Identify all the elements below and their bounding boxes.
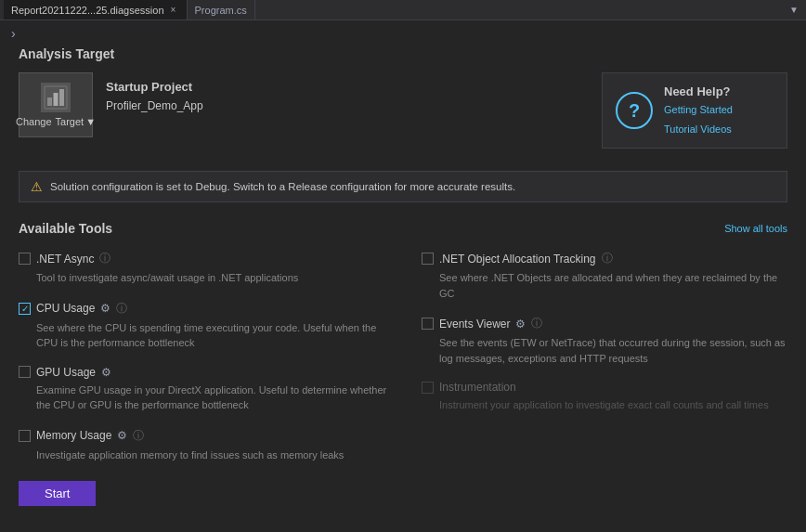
change-target-button[interactable]: Change Target ▼ — [19, 72, 93, 137]
need-help-title: Need Help? — [664, 84, 733, 98]
tool-dotnet-async: .NET Async ⓘ Tool to investigate async/a… — [19, 243, 403, 293]
tool-gpu-usage-checkbox[interactable] — [19, 366, 31, 378]
tool-instrumentation-desc: Instrument your application to investiga… — [422, 397, 787, 413]
start-button[interactable]: Start — [19, 481, 96, 506]
tutorial-videos-link[interactable]: Tutorial Videos — [664, 122, 733, 137]
bottom-bar: Start — [0, 470, 806, 517]
tool-cpu-usage-info-icon[interactable]: ⓘ — [116, 301, 127, 317]
svg-rect-1 — [47, 97, 52, 106]
tool-events-viewer-checkbox[interactable] — [422, 318, 434, 330]
tool-instrumentation: Instrumentation Instrument your applicat… — [403, 373, 787, 421]
tool-dotnet-object-allocation-desc: See where .NET Objects are allocated and… — [422, 270, 787, 301]
tool-instrumentation-name: Instrumentation — [439, 381, 516, 394]
tool-cpu-usage-name: CPU Usage — [36, 302, 95, 315]
tool-memory-usage-info-icon[interactable]: ⓘ — [133, 428, 144, 444]
tool-instrumentation-checkbox[interactable] — [422, 382, 434, 394]
tools-grid: .NET Async ⓘ Tool to investigate async/a… — [0, 243, 806, 470]
tools-title: Available Tools — [19, 221, 112, 236]
tool-dotnet-object-allocation: .NET Object Allocation Tracking ⓘ See wh… — [403, 243, 787, 308]
tool-cpu-usage-gear-icon[interactable]: ⚙ — [100, 302, 110, 315]
tool-cpu-usage-desc: See where the CPU is spending time execu… — [19, 320, 392, 351]
analysis-target-row: Change Target ▼ Startup Project Profiler… — [19, 72, 787, 149]
tool-column-left: .NET Async ⓘ Tool to investigate async/a… — [19, 243, 403, 470]
tool-dotnet-object-allocation-name: .NET Object Allocation Tracking — [439, 253, 596, 266]
tab-program-cs-label: Program.cs — [195, 5, 247, 16]
tool-memory-usage-header: Memory Usage ⚙ ⓘ — [19, 428, 392, 444]
show-all-tools-link[interactable]: Show all tools — [724, 223, 787, 234]
warning-bar: ⚠ Solution configuration is set to Debug… — [19, 171, 787, 202]
tools-header: Available Tools Show all tools — [0, 210, 806, 243]
startup-info: Startup Project Profiler_Demo_App — [106, 72, 203, 112]
warning-text: Solution configuration is set to Debug. … — [50, 181, 515, 192]
svg-rect-3 — [59, 89, 64, 106]
tool-events-viewer-desc: See the events (ETW or NetTrace) that oc… — [422, 335, 787, 366]
tool-gpu-usage-desc: Examine GPU usage in your DirectX applic… — [19, 383, 392, 413]
main-content: › Analysis Target Cha — [0, 20, 806, 532]
tool-events-viewer-name: Events Viewer — [439, 318, 510, 331]
help-icon: ? — [616, 92, 653, 129]
title-bar: Report20211222...25.diagsession × Progra… — [0, 0, 806, 20]
chevron-row: › — [0, 20, 806, 46]
tool-gpu-usage-header: GPU Usage ⚙ — [19, 366, 392, 379]
tab-diagsession-close[interactable]: × — [168, 5, 179, 16]
tool-dotnet-async-name: .NET Async — [36, 253, 94, 266]
warning-icon: ⚠ — [31, 179, 43, 194]
change-target-label: Change Target ▼ — [16, 116, 96, 127]
tool-dotnet-object-allocation-checkbox[interactable] — [422, 253, 434, 265]
change-target-icon — [41, 83, 71, 112]
tool-dotnet-object-allocation-info-icon[interactable]: ⓘ — [602, 251, 613, 266]
expand-chevron[interactable]: › — [11, 26, 16, 41]
tool-events-viewer-info-icon[interactable]: ⓘ — [531, 316, 542, 331]
tool-memory-usage-checkbox[interactable] — [19, 430, 31, 442]
tool-gpu-usage-name: GPU Usage — [36, 366, 96, 379]
tool-cpu-usage: CPU Usage ⚙ ⓘ See where the CPU is spend… — [19, 293, 403, 358]
tool-gpu-usage-gear-icon[interactable]: ⚙ — [101, 366, 111, 379]
tool-cpu-usage-checkbox[interactable] — [19, 303, 31, 315]
tab-program-cs[interactable]: Program.cs — [188, 0, 255, 19]
tool-cpu-usage-header: CPU Usage ⚙ ⓘ — [19, 301, 392, 317]
need-help-text: Need Help? Getting Started Tutorial Vide… — [664, 84, 733, 136]
tool-memory-usage: Memory Usage ⚙ ⓘ Investigate application… — [19, 421, 403, 471]
tool-dotnet-async-info-icon[interactable]: ⓘ — [99, 251, 110, 266]
tool-dotnet-async-desc: Tool to investigate async/await usage in… — [19, 270, 392, 286]
getting-started-link[interactable]: Getting Started — [664, 102, 733, 118]
startup-project-block: Change Target ▼ Startup Project Profiler… — [19, 72, 203, 137]
tool-events-viewer-header: Events Viewer ⚙ ⓘ — [422, 316, 787, 331]
tool-dotnet-async-checkbox[interactable] — [19, 253, 31, 265]
tool-memory-usage-gear-icon[interactable]: ⚙ — [117, 429, 127, 442]
analysis-target-section: Analysis Target Change — [0, 46, 806, 163]
tool-memory-usage-name: Memory Usage — [36, 429, 111, 442]
tool-events-viewer-gear-icon[interactable]: ⚙ — [515, 318, 526, 331]
tab-diagsession[interactable]: Report20211222...25.diagsession × — [4, 0, 188, 19]
tool-dotnet-object-allocation-header: .NET Object Allocation Tracking ⓘ — [422, 251, 787, 266]
tool-column-right: .NET Object Allocation Tracking ⓘ See wh… — [403, 243, 787, 470]
tab-overflow-arrow[interactable]: ▼ — [786, 5, 802, 15]
tool-memory-usage-desc: Investigate application memory to find i… — [19, 448, 392, 463]
tool-dotnet-async-header: .NET Async ⓘ — [19, 251, 392, 266]
tool-gpu-usage: GPU Usage ⚙ Examine GPU usage in your Di… — [19, 358, 403, 421]
tool-instrumentation-header: Instrumentation — [422, 381, 787, 394]
need-help-block: ? Need Help? Getting Started Tutorial Vi… — [602, 72, 787, 149]
startup-project-label: Startup Project — [106, 80, 203, 94]
tool-events-viewer: Events Viewer ⚙ ⓘ See the events (ETW or… — [403, 308, 787, 373]
project-name: Profiler_Demo_App — [106, 99, 203, 112]
tab-diagsession-label: Report20211222...25.diagsession — [11, 5, 164, 16]
tab-list: Report20211222...25.diagsession × Progra… — [4, 0, 255, 19]
analysis-target-title: Analysis Target — [19, 46, 787, 61]
svg-rect-2 — [54, 93, 58, 106]
